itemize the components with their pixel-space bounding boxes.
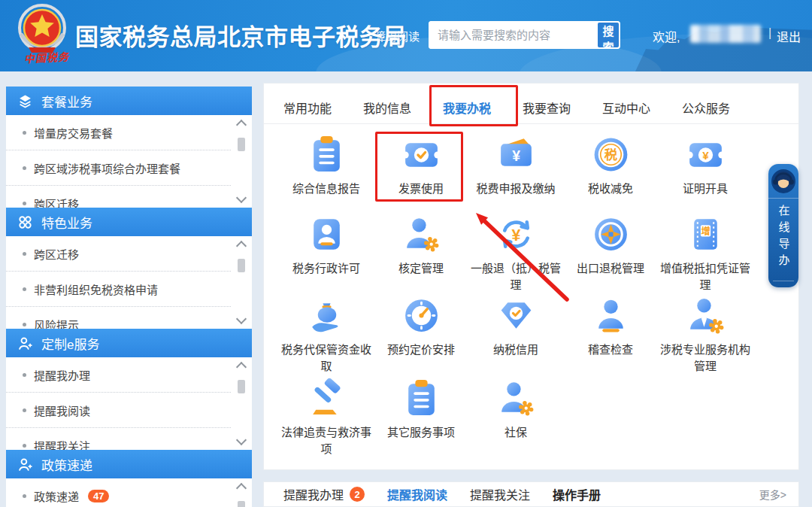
list-scrollbar[interactable] <box>235 115 250 208</box>
scroll-thumb[interactable] <box>238 259 245 272</box>
grid-item[interactable]: 法律追责与救济事项 <box>279 377 374 467</box>
logo-caption: 中国税务 <box>12 48 82 67</box>
scroll-thumb[interactable] <box>238 138 245 151</box>
sidebar-item[interactable]: 提醒我关注 <box>6 428 231 450</box>
user-plus-icon <box>18 336 32 351</box>
grid-item[interactable]: 出口退税管理 <box>563 213 658 294</box>
grid-item[interactable]: 税务代保管资金收取 <box>279 294 374 377</box>
sidebar-item[interactable]: 提醒我办理 <box>6 357 231 393</box>
main-tab[interactable]: 互动中心 <box>602 99 650 117</box>
grid-item-label: 社保 <box>468 424 563 441</box>
bullet-dot-icon <box>23 373 26 377</box>
grid-item-label: 一般退（抵）税管理 <box>468 260 563 293</box>
sidebar-section-header[interactable]: 套餐业务 <box>6 87 252 115</box>
grid-item-label: 增值税抵扣凭证管理 <box>658 260 753 293</box>
bottom-tab[interactable]: 操作手册 <box>553 485 601 503</box>
grid-item[interactable]: 核定管理 <box>374 213 468 294</box>
main-tab[interactable]: 公众服务 <box>682 99 730 117</box>
scroll-down-icon[interactable] <box>236 314 247 324</box>
grid-item[interactable]: 社保 <box>468 377 563 467</box>
grid-item[interactable]: 其它服务事项 <box>374 377 468 467</box>
sidebar: 套餐业务增量房交易套餐跨区域涉税事项综合办理套餐跨区迁移特色业务跨区迁移非营利组… <box>6 87 252 507</box>
sidebar-item-label: 跨区域涉税事项综合办理套餐 <box>34 160 180 176</box>
online-guide-tab[interactable]: 在线导办 <box>768 164 798 287</box>
main-tab[interactable]: 我要查询 <box>523 99 571 117</box>
scroll-thumb[interactable] <box>238 501 245 507</box>
grid-item-label: 纳税信用 <box>468 342 563 358</box>
bullet-dot-icon <box>23 202 26 205</box>
sidebar-item[interactable]: 风险提示 <box>6 307 231 329</box>
sidebar-item[interactable]: 跨区迁移 <box>6 236 231 272</box>
scroll-down-icon[interactable] <box>236 435 247 445</box>
grid-item[interactable]: 税务行政许可 <box>279 213 374 294</box>
search-button[interactable]: 搜索 <box>596 21 620 49</box>
grid-item[interactable]: ¥一般退（抵）税管理 <box>468 213 563 294</box>
list-scrollbar[interactable] <box>235 478 250 507</box>
bullet-dot-icon <box>23 494 26 498</box>
sidebar-item[interactable]: 非营利组织免税资格申请 <box>6 272 231 307</box>
shield-check-icon <box>495 294 538 337</box>
grid-item[interactable]: 税税收减免 <box>563 133 658 213</box>
main-tab[interactable]: 我要办税 <box>443 99 491 117</box>
header: 中国税务 国家税务总局北京市电子税务局 无障碍阅读 搜索 欢迎, | 退出 <box>0 0 812 71</box>
bottom-tab[interactable]: 提醒我办理2 <box>283 485 365 503</box>
scroll-up-icon[interactable] <box>236 241 247 251</box>
scroll-up-icon[interactable] <box>236 120 247 130</box>
search-box: 搜索 <box>429 21 620 49</box>
sidebar-section-header[interactable]: 政策速递 <box>6 450 252 478</box>
grid-item[interactable]: ¥证明开具 <box>658 133 753 213</box>
gauge-icon <box>400 294 443 337</box>
bottom-bar: 提醒我办理2提醒我阅读提醒我关注操作手册更多> <box>263 481 799 507</box>
bottom-tab[interactable]: 提醒我阅读 <box>387 485 447 503</box>
ticket-yen-icon: ¥ <box>684 133 727 176</box>
grid-item[interactable]: 纳税信用 <box>468 294 563 377</box>
main-tab[interactable]: 我的信息 <box>363 99 411 117</box>
person-gear-icon <box>400 213 443 256</box>
grid-item-label: 预约定价安排 <box>374 342 468 358</box>
sidebar-item[interactable]: 跨区域涉税事项综合办理套餐 <box>6 150 231 186</box>
sidebar-section-title: 政策速递 <box>41 455 92 474</box>
grid-item[interactable]: 发票使用 <box>374 133 468 213</box>
sidebar-item-label: 风险提示 <box>34 317 79 329</box>
grid-item-label: 税务代保管资金收取 <box>279 342 374 375</box>
list-scrollbar[interactable] <box>235 236 250 329</box>
svg-text:¥: ¥ <box>702 149 709 162</box>
sidebar-item[interactable]: 政策速递47 <box>6 478 231 507</box>
scroll-up-icon[interactable] <box>236 483 247 493</box>
logout-button[interactable]: 退出 <box>777 27 801 45</box>
more-link[interactable]: 更多> <box>759 487 786 502</box>
count-badge: 2 <box>350 487 365 502</box>
moneybag-hand-icon <box>305 294 348 337</box>
sidebar-item-label: 跨区迁移 <box>34 196 79 208</box>
grid-item[interactable]: 稽查检查 <box>563 294 658 377</box>
sidebar-item-label: 提醒我办理 <box>34 367 90 383</box>
sidebar-item[interactable]: 增量房交易套餐 <box>6 115 231 150</box>
sidebar-item[interactable]: 提醒我阅读 <box>6 393 231 428</box>
main-tab[interactable]: 常用功能 <box>283 99 332 117</box>
sidebar-section: 特色业务跨区迁移非营利组织免税资格申请风险提示 <box>6 208 252 329</box>
grid-item-label: 法律追责与救济事项 <box>279 424 374 457</box>
sidebar-item[interactable]: 跨区迁移 <box>6 186 231 208</box>
site-title: 国家税务总局北京市电子税务局 <box>75 18 407 52</box>
grid-item-label: 税收减免 <box>563 181 658 197</box>
scroll-up-icon[interactable] <box>236 362 247 372</box>
grid-item[interactable]: 增增值税抵扣凭证管理 <box>658 213 753 294</box>
svg-text:税: 税 <box>604 147 617 162</box>
bottom-tab[interactable]: 提醒我关注 <box>470 485 530 503</box>
scroll-thumb[interactable] <box>238 380 245 393</box>
sidebar-section-header[interactable]: 定制e服务 <box>6 329 252 357</box>
sidebar-item-label: 提醒我关注 <box>34 438 90 451</box>
grid-item[interactable]: 涉税专业服务机构管理 <box>658 294 753 377</box>
search-input[interactable] <box>429 21 596 49</box>
bottom-tab-label: 提醒我办理 <box>283 485 344 503</box>
grid-item[interactable]: 综合信息报告 <box>279 133 374 213</box>
sidebar-section-header[interactable]: 特色业务 <box>6 208 252 236</box>
grid-item[interactable]: ¥税费申报及缴纳 <box>468 133 563 213</box>
list-scrollbar[interactable] <box>235 357 250 450</box>
grid-item[interactable]: 预约定价安排 <box>374 294 468 377</box>
bottom-tab-label: 提醒我阅读 <box>387 485 447 503</box>
scroll-down-icon[interactable] <box>236 193 247 203</box>
sidebar-item-label: 非营利组织免税资格申请 <box>34 281 158 297</box>
grid-item-label: 综合信息报告 <box>279 181 374 197</box>
svg-text:增: 增 <box>701 226 710 237</box>
